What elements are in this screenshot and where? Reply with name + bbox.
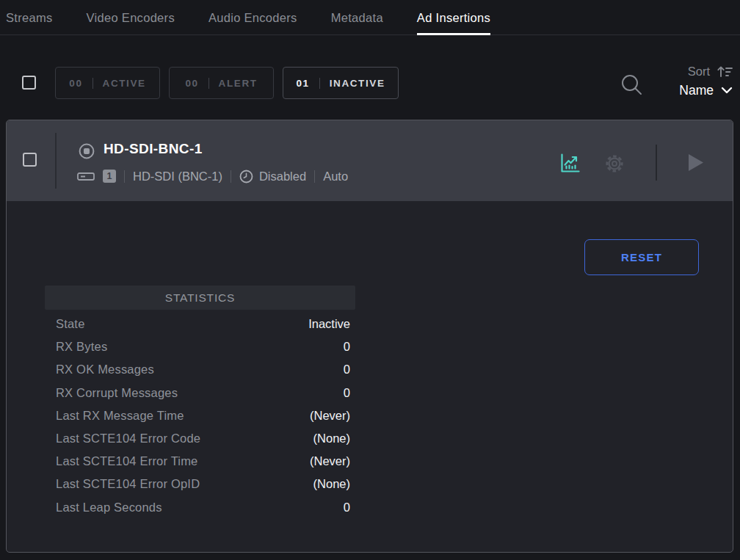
table-row: RX Bytes 0 xyxy=(56,335,350,358)
clock-icon xyxy=(239,170,253,183)
table-row: Last SCTE104 Error OpID (None) xyxy=(56,473,350,495)
stat-label: RX Corrupt Messages xyxy=(56,386,178,400)
encoder-blade-icon xyxy=(77,172,95,181)
filter-inactive-button[interactable]: 01 INACTIVE xyxy=(283,67,399,99)
sort-direction-toggle[interactable]: Sort xyxy=(645,63,733,79)
settings-button[interactable] xyxy=(603,153,625,175)
sort-controls: Sort Name xyxy=(645,63,733,100)
tab-ad-insertions[interactable]: Ad Insertions xyxy=(417,0,490,35)
stat-value: (None) xyxy=(313,432,350,446)
stat-value: (None) xyxy=(313,477,350,491)
table-row: State Inactive xyxy=(56,313,350,335)
filter-alert-count: 00 xyxy=(185,78,198,89)
divider xyxy=(208,78,209,89)
stat-label: RX Bytes xyxy=(56,340,107,354)
interface-label: HD-SDI (BNC-1) xyxy=(133,170,222,183)
stop-status-icon xyxy=(79,143,95,159)
analytics-chart-icon xyxy=(559,153,581,174)
tab-video-encoders[interactable]: Video Encoders xyxy=(87,0,175,35)
stat-value: 0 xyxy=(344,386,350,400)
divider xyxy=(656,145,657,181)
stat-value: 0 xyxy=(344,340,350,354)
ad-insertion-card: HD-SDI-BNC-1 1 HD-SDI (BNC-1) Disabled A… xyxy=(6,120,733,553)
divider xyxy=(124,170,125,183)
tab-metadata[interactable]: Metadata xyxy=(331,0,383,35)
table-row: RX Corrupt Messages 0 xyxy=(56,382,350,404)
divider xyxy=(231,170,231,183)
statistics-section-header: STATISTICS xyxy=(45,286,355,310)
tab-audio-encoders[interactable]: Audio Encoders xyxy=(208,0,297,35)
filter-active-button[interactable]: 00 ACTIVE xyxy=(55,67,160,99)
stat-value: 0 xyxy=(344,501,350,514)
card-header: HD-SDI-BNC-1 1 HD-SDI (BNC-1) Disabled A… xyxy=(7,120,733,201)
sort-field-value: Name xyxy=(679,83,714,98)
port-number-badge: 1 xyxy=(103,170,116,183)
stat-label: Last SCTE104 Error Code xyxy=(56,432,200,446)
play-button[interactable] xyxy=(688,153,704,172)
gear-icon xyxy=(603,153,625,175)
filter-inactive-count: 01 xyxy=(296,78,309,89)
divider xyxy=(319,78,320,89)
card-meta-row: 1 HD-SDI (BNC-1) Disabled Auto xyxy=(77,167,348,185)
chevron-down-icon xyxy=(721,87,733,94)
tab-bar: Streams Video Encoders Audio Encoders Me… xyxy=(0,0,740,35)
table-row: Last Leap Seconds 0 xyxy=(56,496,350,519)
stat-label: Last RX Message Time xyxy=(56,409,184,423)
filter-alert-button[interactable]: 00 ALERT xyxy=(169,67,274,99)
statistics-button[interactable] xyxy=(559,153,581,174)
filter-active-label: ACTIVE xyxy=(103,78,146,89)
sort-field-dropdown[interactable]: Name xyxy=(645,81,733,100)
divider xyxy=(314,170,315,183)
card-select-checkbox[interactable] xyxy=(23,153,37,167)
filter-alert-label: ALERT xyxy=(219,78,258,89)
table-row: Last SCTE104 Error Code (None) xyxy=(56,427,350,450)
select-all-checkbox[interactable] xyxy=(22,76,36,90)
stat-value: Inactive xyxy=(308,317,350,331)
sort-label: Sort xyxy=(688,65,710,79)
filter-active-count: 00 xyxy=(69,78,82,89)
stat-label: Last SCTE104 Error Time xyxy=(56,454,198,468)
statistics-table: State Inactive RX Bytes 0 RX OK Messages… xyxy=(56,313,350,519)
filter-inactive-label: INACTIVE xyxy=(330,78,385,89)
stat-label: Last SCTE104 Error OpID xyxy=(56,477,200,491)
stat-value: (Never) xyxy=(310,409,350,423)
divider xyxy=(92,78,93,89)
table-row: Last SCTE104 Error Time (Never) xyxy=(56,450,350,473)
mode-label: Auto xyxy=(323,170,348,183)
card-title: HD-SDI-BNC-1 xyxy=(104,141,203,157)
play-icon xyxy=(688,153,704,172)
stat-label: RX OK Messages xyxy=(56,363,154,377)
schedule-state-label: Disabled xyxy=(259,170,306,183)
divider xyxy=(55,133,57,189)
sort-ascending-icon xyxy=(717,65,733,78)
stat-value: (Never) xyxy=(310,454,350,468)
table-row: RX OK Messages 0 xyxy=(56,358,350,381)
reset-button[interactable]: RESET xyxy=(584,239,699,275)
search-button[interactable] xyxy=(619,72,644,97)
stat-label: Last Leap Seconds xyxy=(56,501,162,514)
search-icon xyxy=(619,72,644,97)
table-row: Last RX Message Time (Never) xyxy=(56,404,350,427)
stat-value: 0 xyxy=(344,363,350,377)
toolbar: 00 ACTIVE 00 ALERT 01 INACTIVE Sort xyxy=(0,35,740,120)
tab-streams[interactable]: Streams xyxy=(6,0,53,35)
schedule-status: Disabled xyxy=(239,170,306,183)
stat-label: State xyxy=(56,317,85,331)
